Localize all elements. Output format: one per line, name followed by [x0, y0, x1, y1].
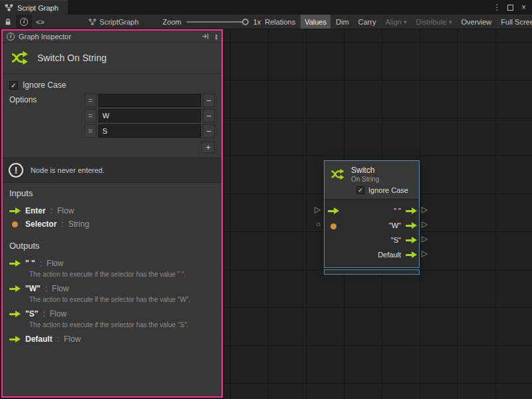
overview-button[interactable]: Overview: [457, 15, 495, 29]
node-ignore-case-label: Ignore Case: [368, 186, 408, 194]
zoom-control: Zoom 1x: [163, 18, 261, 26]
node-titles: Switch On String: [351, 166, 379, 183]
port-type: Flow: [57, 206, 74, 215]
enter-port[interactable]: [328, 207, 339, 215]
option-input-2[interactable]: [98, 124, 201, 138]
port-name: " ": [25, 259, 35, 268]
output-port-label: "S": [391, 236, 401, 244]
maximize-icon[interactable]: [505, 2, 515, 13]
switch-unit-icon: [10, 48, 30, 68]
graph-canvas[interactable]: Switch On String ✓ Ignore Case " " "W" "…: [224, 29, 532, 399]
chevron-down-icon: ▾: [404, 19, 407, 25]
option-input-0[interactable]: [98, 94, 201, 107]
full-screen-button[interactable]: Full Screen: [497, 15, 532, 29]
port-name: Selector: [25, 219, 57, 229]
node-title: Switch: [351, 166, 379, 175]
flow-output-port[interactable]: [406, 221, 416, 229]
info-icon: i: [20, 18, 28, 26]
tab-title: Script Graph: [17, 4, 59, 12]
dock-panel-icon[interactable]: [201, 33, 209, 40]
output-port-row: "S": [325, 233, 419, 247]
panel-spinner-icon[interactable]: ▴ ▾: [215, 33, 217, 40]
flow-output-port[interactable]: [406, 251, 416, 259]
inspector-controls: ✓ Ignore Case Options = − = − = −: [3, 74, 221, 153]
dim-button[interactable]: Dim: [332, 15, 353, 29]
zoom-slider[interactable]: [186, 21, 249, 23]
lock-icon: [4, 18, 12, 26]
port-separator: :: [45, 284, 47, 293]
external-output-port-triangle[interactable]: ▷: [422, 234, 428, 243]
carry-button[interactable]: Carry: [354, 15, 380, 29]
ignore-case-checkbox[interactable]: ✓: [356, 186, 364, 194]
node-title-row: Switch On String: [330, 166, 414, 183]
port-name: Default: [25, 334, 53, 344]
port-description: The action to execute if the selector ha…: [29, 271, 215, 278]
graph-name: ScriptGraph: [100, 18, 139, 26]
align-label: Align: [385, 18, 401, 26]
external-input-port-circle[interactable]: ○: [316, 219, 321, 229]
drag-handle-icon[interactable]: =: [84, 109, 96, 122]
options-label: Options: [9, 94, 84, 104]
edit-source-button[interactable]: <>: [32, 15, 49, 29]
warning-icon: !: [9, 163, 23, 178]
external-output-port-triangle[interactable]: ▷: [422, 249, 428, 258]
window-tab-script-graph[interactable]: Script Graph: [0, 0, 68, 15]
zoom-slider-handle[interactable]: [242, 19, 249, 25]
port-separator: :: [51, 206, 53, 215]
external-output-port-triangle[interactable]: ▷: [422, 219, 428, 229]
flow-output-port[interactable]: [406, 207, 416, 215]
switch-on-string-node[interactable]: Switch On String ✓ Ignore Case " " "W" "…: [324, 160, 420, 268]
node-subtitle: On String: [351, 176, 379, 183]
external-output-port-triangle[interactable]: ▷: [422, 205, 428, 214]
outputs-section-title: Outputs: [9, 241, 215, 251]
remove-option-button[interactable]: −: [203, 124, 215, 138]
output-port-row: "W": [325, 218, 419, 233]
port-type: Flow: [64, 334, 80, 344]
menu-kebab-icon[interactable]: ⋮: [492, 2, 502, 13]
ignore-case-row: ✓ Ignore Case: [9, 79, 215, 91]
title-bar: Script Graph ⋮ ×: [0, 0, 532, 15]
warning-text: Node is never entered.: [31, 166, 104, 174]
close-icon[interactable]: ×: [519, 2, 529, 13]
inspector-toggle-button[interactable]: i: [16, 15, 32, 29]
values-button[interactable]: Values: [301, 15, 331, 29]
ignore-case-checkbox[interactable]: ✓: [9, 81, 18, 90]
zoom-value: 1x: [253, 18, 261, 26]
external-input-port-triangle[interactable]: ▷: [315, 205, 321, 214]
flow-arrow-icon: [9, 310, 21, 318]
graph-toolbar: i <> ScriptGraph Zoom 1x Relations Value…: [0, 15, 532, 29]
remove-option-button[interactable]: −: [203, 109, 215, 122]
inspector-header-actions: ▴ ▾: [201, 33, 217, 40]
distribute-button[interactable]: Distribute ▾: [412, 15, 456, 29]
options-field: Options = − = − = − +: [9, 94, 215, 153]
check-icon: ✓: [11, 82, 16, 89]
maximize-box: [507, 5, 513, 11]
add-option-button[interactable]: +: [201, 142, 215, 153]
lock-button[interactable]: [0, 15, 16, 29]
node-footer[interactable]: [324, 269, 420, 275]
output-port-row: "S" : Flow: [9, 308, 215, 320]
selector-port[interactable]: [331, 223, 336, 229]
port-name: Enter: [25, 206, 46, 215]
port-separator: :: [61, 219, 63, 229]
flow-output-port[interactable]: [406, 236, 416, 244]
flow-arrow-icon: [9, 259, 21, 267]
port-name: "W": [25, 284, 41, 293]
flow-arrow-icon: [9, 335, 21, 343]
output-port-label: " ": [394, 207, 401, 215]
drag-handle-icon[interactable]: =: [84, 94, 96, 107]
check-icon: ✓: [358, 187, 363, 194]
inspector-title: Graph Inspector: [19, 33, 71, 41]
toolbar-buttons: Relations Values Dim Carry Align ▾ Distr…: [261, 15, 532, 29]
flow-arrow-icon: [9, 285, 21, 293]
graph-breadcrumb[interactable]: ScriptGraph: [84, 15, 143, 29]
relations-button[interactable]: Relations: [261, 15, 299, 29]
port-type: String: [68, 219, 89, 229]
output-port-row: Default : Flow: [9, 333, 215, 345]
inspected-node-title: Switch On String: [37, 53, 106, 63]
value-port-icon: [12, 221, 18, 227]
remove-option-button[interactable]: −: [203, 94, 215, 107]
drag-handle-icon[interactable]: =: [84, 124, 96, 138]
option-input-1[interactable]: [98, 109, 201, 122]
align-button[interactable]: Align ▾: [381, 15, 410, 29]
